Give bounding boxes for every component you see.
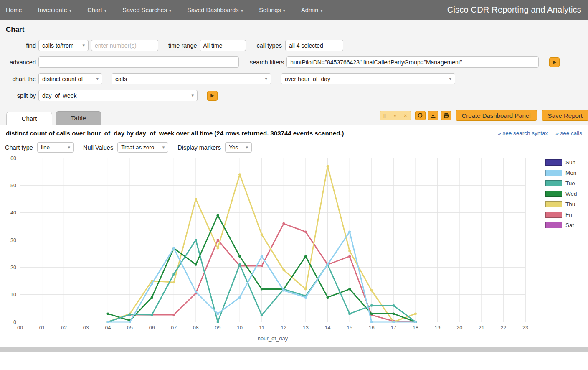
over-select[interactable]: over hour_of_day ▾: [281, 73, 455, 84]
legend-item-thu[interactable]: Thu: [545, 201, 587, 207]
caret-down-icon: ▾: [68, 145, 70, 150]
nav-investigate[interactable]: Investigate▾: [38, 7, 72, 13]
see-calls-link[interactable]: » see calls: [555, 130, 582, 136]
nav-chart[interactable]: Chart▾: [87, 7, 106, 13]
line-chart: 0102030405060000102030405060708091011121…: [0, 155, 545, 344]
chart-marker-tue: [238, 263, 241, 266]
play-icon: ▶: [210, 93, 214, 98]
run-search-button[interactable]: ▶: [549, 57, 560, 67]
advanced-row: advanced search filters ▶: [6, 56, 582, 68]
nav-home[interactable]: Home: [6, 7, 22, 13]
legend-label: Sun: [565, 159, 575, 166]
legend-label: Wed: [565, 191, 577, 197]
caret-down-icon: ▾: [283, 8, 286, 13]
chart-marker-mon: [370, 321, 373, 323]
x-tick-label: 10: [237, 325, 243, 331]
legend-label: Mon: [565, 170, 576, 176]
pause-button[interactable]: ||: [380, 111, 390, 120]
legend-item-wed[interactable]: Wed: [545, 191, 587, 197]
split-by-label: split by: [6, 92, 36, 99]
create-dashboard-panel-button[interactable]: Create Dashboard Panel: [456, 110, 537, 121]
call-types-label: call types: [257, 42, 282, 49]
chart-panel: distinct count of calls over hour_of_day…: [0, 125, 588, 352]
chart-type-select[interactable]: line ▾: [37, 142, 74, 153]
chart-marker-thu: [304, 288, 307, 291]
find-label: find: [6, 42, 36, 49]
x-tick-label: 08: [193, 325, 199, 331]
display-markers-select[interactable]: Yes ▾: [225, 142, 252, 153]
nav-settings[interactable]: Settings▾: [259, 7, 285, 13]
chart-the-label: chart the: [6, 76, 36, 82]
app-header: Home Investigate▾ Chart▾ Saved Searches▾…: [0, 0, 588, 20]
legend-item-fri[interactable]: Fri: [545, 212, 587, 218]
x-tick-label: 11: [259, 325, 264, 331]
time-range-input[interactable]: [200, 40, 246, 51]
time-range-label: time range: [168, 42, 197, 49]
legend-item-mon[interactable]: Mon: [545, 170, 587, 176]
caret-down-icon: ▾: [104, 8, 107, 13]
legend-swatch: [545, 222, 562, 228]
refresh-icon: [417, 112, 423, 118]
main-nav: Home Investigate▾ Chart▾ Saved Searches▾…: [6, 7, 323, 13]
chart-marker-tue: [392, 304, 395, 307]
chart-legend: SunMonTueWedThuFriSat: [545, 155, 587, 344]
chart-marker-tue: [370, 304, 373, 307]
chart-marker-fri: [304, 230, 307, 233]
advanced-input[interactable]: [38, 56, 239, 68]
x-tick-label: 01: [39, 325, 45, 331]
chart-marker-thu: [348, 250, 351, 252]
chart-area: 0102030405060000102030405060708091011121…: [0, 155, 588, 344]
legend-item-sun[interactable]: Sun: [545, 159, 587, 166]
caret-down-icon: ▾: [169, 8, 172, 13]
find-type-select[interactable]: calls to/from ▾: [38, 40, 89, 51]
chart-marker-wed: [392, 312, 395, 315]
legend-swatch: [545, 201, 562, 207]
aggregation-select[interactable]: distinct count of ▾: [38, 73, 102, 84]
tab-table[interactable]: Table: [56, 111, 101, 125]
nav-saved-searches[interactable]: Saved Searches▾: [122, 7, 171, 13]
search-form: Chart find calls to/from ▾ time range ca…: [0, 20, 588, 108]
cancel-button[interactable]: ×: [400, 111, 411, 120]
download-icon: [430, 112, 436, 118]
nav-saved-dashboards[interactable]: Saved Dashboards▾: [187, 7, 243, 13]
x-tick-label: 09: [215, 325, 221, 331]
x-tick-label: 05: [127, 325, 133, 331]
x-tick-label: 22: [500, 325, 506, 331]
horizontal-scrollbar[interactable]: [0, 347, 588, 352]
print-button[interactable]: [441, 111, 451, 120]
x-tick-label: 18: [413, 325, 418, 331]
advanced-label: advanced: [6, 59, 36, 66]
y-tick-label: 30: [10, 237, 16, 243]
split-by-select[interactable]: day_of_week ▾: [38, 90, 198, 101]
x-tick-label: 20: [456, 325, 462, 331]
chart-controls: Chart type line ▾ Null Values Treat as z…: [0, 139, 588, 155]
nav-admin[interactable]: Admin▾: [301, 7, 323, 13]
legend-item-sat[interactable]: Sat: [545, 222, 587, 228]
chart-marker-thu: [414, 312, 417, 315]
field-select[interactable]: calls ▾: [112, 73, 271, 84]
null-values-select[interactable]: Treat as zero ▾: [117, 142, 168, 153]
chart-marker-mon: [151, 283, 153, 285]
chart-marker-fri: [261, 265, 263, 267]
chart-marker-mon: [106, 321, 109, 323]
see-search-syntax-link[interactable]: » see search syntax: [498, 130, 548, 136]
export-button[interactable]: [428, 111, 438, 120]
chart-marker-mon: [216, 312, 219, 315]
call-types-input[interactable]: [285, 40, 343, 51]
chart-marker-wed: [106, 312, 109, 315]
run-chart-button[interactable]: ▶: [207, 91, 218, 101]
app-title: Cisco CDR Reporting and Analytics: [447, 5, 581, 15]
legend-item-tue[interactable]: Tue: [545, 180, 587, 186]
find-number-input[interactable]: [91, 40, 158, 51]
search-filters-input[interactable]: [286, 56, 539, 68]
play-icon: ▶: [553, 59, 556, 65]
save-report-button[interactable]: Save Report: [542, 110, 588, 121]
chart-toolbar: || ■ × Create Dashboard Panel S: [380, 110, 588, 125]
legend-label: Tue: [565, 180, 575, 186]
chart-marker-wed: [261, 288, 263, 291]
job-controls: || ■ ×: [380, 111, 411, 120]
refresh-button[interactable]: [415, 111, 426, 120]
chart-marker-wed: [348, 288, 351, 291]
stop-button[interactable]: ■: [390, 111, 400, 120]
tab-chart[interactable]: Chart: [6, 112, 52, 125]
